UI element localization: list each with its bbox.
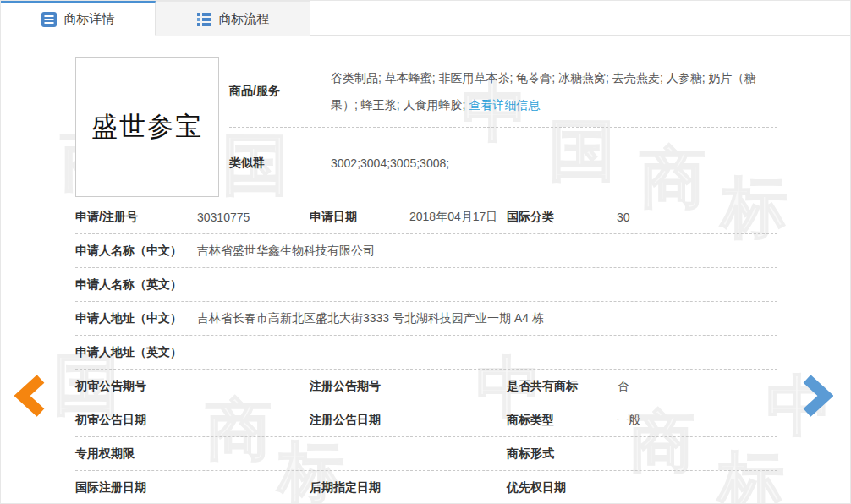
goods-services-text: 谷类制品; 草本蜂蜜; 非医用草本茶; 龟苓膏; 冰糖燕窝; 去壳燕麦; 人参糖…: [331, 71, 755, 112]
field-label: 专用权期限: [75, 446, 197, 462]
field-label: 申请/注册号: [75, 210, 197, 225]
field-label: 申请日期: [310, 210, 409, 225]
document-lines-icon: [41, 12, 57, 27]
field-label: 商标形式: [507, 446, 617, 462]
goods-panel: 商品/服务 谷类制品; 草本蜂蜜; 非医用草本茶; 龟苓膏; 冰糖燕窝; 去壳燕…: [229, 57, 777, 200]
goods-services-label: 商品/服务: [229, 84, 331, 99]
field-value: 2018年04月17日: [409, 210, 507, 225]
field-value: 一般: [617, 413, 777, 428]
tab-label: 商标详情: [64, 11, 115, 27]
goods-services-row: 商品/服务 谷类制品; 草本蜂蜜; 非医用草本茶; 龟苓膏; 冰糖燕窝; 去壳燕…: [229, 57, 777, 128]
field-label: 后期指定日期: [310, 480, 409, 496]
content-area: 盛世参宝 商品/服务 谷类制品; 草本蜂蜜; 非医用草本茶; 龟苓膏; 冰糖燕窝…: [1, 36, 850, 504]
table-row: 申请人地址（英文）: [75, 336, 777, 370]
field-label: 国际分类: [507, 210, 617, 225]
table-row: 申请人名称（英文）: [75, 268, 777, 302]
table-row: 申请人名称（中文） 吉林省盛世华鑫生物科技有限公司: [75, 234, 777, 268]
field-value: 30310775: [197, 211, 310, 224]
field-label: 注册公告期号: [310, 379, 409, 394]
table-row: 申请人地址（中文） 吉林省长春市高新北区盛北大街3333 号北湖科技园产业一期 …: [75, 302, 777, 336]
previous-arrow-icon[interactable]: [14, 375, 47, 417]
similar-group-value: 3002;3004;3005;3008;: [331, 150, 777, 177]
field-label: 申请人地址（中文）: [75, 311, 197, 326]
field-label: 申请人名称（中文）: [75, 244, 197, 259]
field-label: 注册公告日期: [310, 413, 409, 428]
table-row: 申请/注册号 30310775 申请日期 2018年04月17日 国际分类 30: [75, 200, 777, 234]
field-label: 初审公告期号: [75, 379, 197, 394]
table-row: 初审公告日期 注册公告日期 商标类型 一般: [75, 403, 777, 437]
tab-trademark-process[interactable]: 商标流程: [156, 1, 310, 36]
field-value: 吉林省盛世华鑫生物科技有限公司: [197, 244, 777, 259]
field-label: 优先权日期: [507, 480, 617, 496]
table-row: 专用权期限 商标形式: [75, 437, 777, 471]
field-label: 国际注册日期: [75, 480, 197, 496]
field-value: 30: [617, 211, 777, 224]
trademark-image: 盛世参宝: [75, 57, 219, 197]
detail-table: 申请/注册号 30310775 申请日期 2018年04月17日 国际分类 30…: [75, 200, 777, 504]
view-details-link[interactable]: 查看详细信息: [469, 98, 540, 112]
similar-group-row: 类似群 3002;3004;3005;3008;: [229, 128, 777, 200]
next-arrow-icon[interactable]: [801, 375, 833, 417]
similar-group-label: 类似群: [229, 156, 331, 171]
table-row: 国际注册日期 后期指定日期 优先权日期: [75, 471, 777, 504]
tab-bar: 商标详情 商标流程: [1, 1, 850, 36]
tab-trademark-detail[interactable]: 商标详情: [1, 1, 156, 36]
field-label: 申请人地址（英文）: [75, 345, 197, 360]
trademark-summary-section: 盛世参宝 商品/服务 谷类制品; 草本蜂蜜; 非医用草本茶; 龟苓膏; 冰糖燕窝…: [75, 57, 777, 200]
field-value: 否: [617, 379, 777, 394]
field-label: 商标类型: [507, 413, 617, 428]
field-label: 是否共有商标: [507, 379, 617, 394]
trademark-image-text: 盛世参宝: [91, 109, 203, 145]
tab-label: 商标流程: [219, 11, 270, 27]
field-value: 吉林省长春市高新北区盛北大街3333 号北湖科技园产业一期 A4 栋: [197, 311, 777, 326]
field-label: 初审公告日期: [75, 413, 197, 428]
trademark-detail-page: 商 国 中 国 商 标 国 商 标 中 商 标 中 商标详情: [0, 0, 851, 504]
goods-services-value: 谷类制品; 草本蜂蜜; 非医用草本茶; 龟苓膏; 冰糖燕窝; 去壳燕麦; 人参糖…: [331, 64, 777, 118]
list-icon: [196, 11, 211, 26]
table-row: 初审公告期号 注册公告期号 是否共有商标 否: [75, 370, 777, 403]
field-label: 申请人名称（英文）: [75, 277, 197, 293]
